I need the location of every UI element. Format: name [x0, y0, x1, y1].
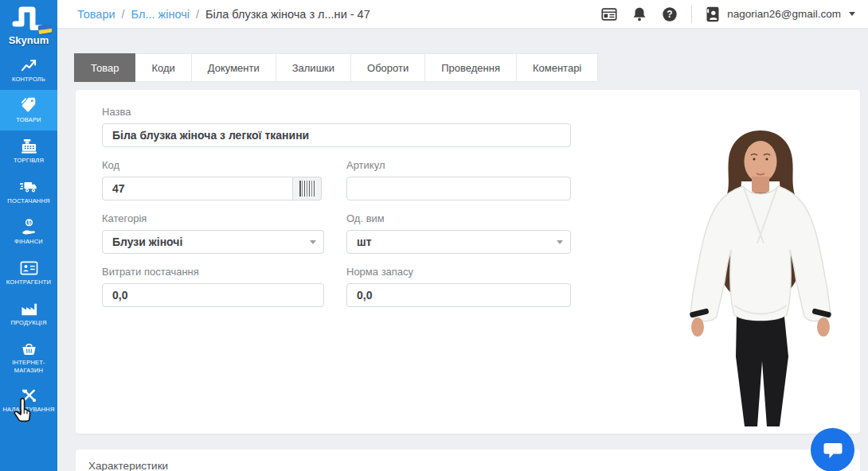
- sidebar-item-supply[interactable]: ПОСТАЧАННЯ: [0, 171, 57, 212]
- hand-coin-icon: $: [20, 218, 38, 236]
- sidebar: КОНТРОЛЬ ТОВАРИ: [0, 49, 57, 471]
- name-label: Назва: [102, 106, 571, 118]
- name-input[interactable]: [102, 123, 571, 147]
- brand-name: Skynum: [0, 34, 57, 46]
- user-menu[interactable]: nagorian26@gmail.com: [705, 6, 855, 23]
- blouse-model-image: [661, 118, 860, 428]
- tab-stock[interactable]: Залишки: [276, 53, 351, 82]
- barcode-button[interactable]: [293, 177, 322, 200]
- topbar-divider: [691, 6, 692, 23]
- tab-postings[interactable]: Проведення: [425, 53, 517, 82]
- code-input[interactable]: [102, 177, 293, 200]
- chevron-down-icon: [310, 240, 316, 244]
- sidebar-item-finance[interactable]: $ ФІНАНСИ: [0, 212, 57, 252]
- tab-comments[interactable]: Коментарі: [517, 53, 598, 82]
- breadcrumb-link-category[interactable]: Бл... жіночі: [131, 8, 190, 21]
- unit-label: Од. вим: [346, 212, 571, 224]
- sidebar-item-production[interactable]: ПРОДУКЦІЯ: [0, 293, 57, 333]
- app-window: Skynum Товари / Бл... жіночі / Біла блуз…: [0, 0, 868, 471]
- user-badge-icon: [705, 6, 721, 23]
- barcode-icon: [299, 181, 315, 197]
- news-icon[interactable]: [600, 6, 618, 23]
- svg-text:$: $: [27, 220, 30, 226]
- id-card-icon: [20, 259, 38, 276]
- field-unit: Од. вим шт: [346, 212, 571, 254]
- tab-turnover[interactable]: Обороти: [351, 53, 425, 82]
- sidebar-item-contractors[interactable]: КОНТРАГЕНТИ: [0, 252, 57, 293]
- characteristics-title: Характеристики: [88, 460, 168, 471]
- chart-icon: [20, 56, 38, 73]
- sidebar-item-trade[interactable]: ТОРГІВЛЯ: [0, 130, 57, 171]
- unit-value: шт: [346, 230, 571, 254]
- supply-cost-input[interactable]: [102, 283, 324, 307]
- tabbar: Товар Коди Документи Залишки Обороти Про…: [74, 53, 598, 82]
- category-label: Категорія: [102, 212, 324, 224]
- truck-icon: [19, 177, 38, 195]
- field-stock-norm: Норма запасу: [346, 266, 571, 307]
- tab-codes[interactable]: Коди: [135, 53, 191, 82]
- breadcrumb-separator: /: [196, 8, 199, 21]
- help-icon[interactable]: ?: [661, 6, 678, 23]
- bell-icon[interactable]: [631, 6, 648, 23]
- article-label: Артикул: [346, 159, 571, 171]
- article-input[interactable]: [346, 177, 571, 200]
- field-article: Артикул: [346, 159, 571, 200]
- unit-select[interactable]: шт: [346, 230, 571, 254]
- cash-register-icon: [20, 137, 38, 154]
- basket-icon: [20, 339, 38, 356]
- field-code: Код: [102, 159, 322, 200]
- field-name: Назва: [102, 106, 571, 147]
- sidebar-item-control[interactable]: КОНТРОЛЬ: [0, 49, 57, 90]
- user-email: nagorian26@gmail.com: [727, 8, 841, 20]
- breadcrumb: Товари / Бл... жіночі / Біла блузка жіно…: [57, 8, 370, 21]
- supply-cost-label: Витрати постачання: [102, 266, 324, 278]
- topbar: Товари / Бл... жіночі / Біла блузка жіно…: [57, 0, 868, 29]
- field-supply-cost: Витрати постачання: [102, 266, 324, 307]
- breadcrumb-link-products[interactable]: Товари: [77, 8, 115, 21]
- sidebar-item-products[interactable]: ТОВАРИ: [0, 90, 57, 130]
- tab-documents[interactable]: Документи: [192, 53, 276, 82]
- category-select[interactable]: Блузи жіночі: [102, 230, 324, 254]
- chat-button[interactable]: [811, 428, 854, 471]
- field-category: Категорія Блузи жіночі: [102, 212, 324, 254]
- breadcrumb-separator: /: [122, 8, 125, 21]
- logo[interactable]: Skynum: [0, 0, 57, 49]
- characteristics-section: Характеристики: [76, 450, 860, 471]
- sidebar-item-online-store[interactable]: ІНТЕРНЕТ- МАГАЗИН: [0, 333, 57, 380]
- product-photo[interactable]: [661, 118, 860, 428]
- topbar-actions: ? nagorian26@gmail.com: [600, 6, 868, 23]
- tools-icon: [20, 386, 38, 403]
- product-form-card: Назва Код Артикул Категорія Блузи жіночі: [76, 90, 860, 434]
- svg-text:?: ?: [667, 9, 673, 20]
- tab-product[interactable]: Товар: [74, 53, 135, 82]
- sidebar-item-settings[interactable]: НАЛАШТУВАННЯ: [0, 380, 57, 420]
- breadcrumb-current: Біла блузка жіноча з л...ни - 47: [205, 8, 370, 21]
- stock-norm-input[interactable]: [346, 283, 571, 307]
- ukraine-flag-icon: [37, 24, 53, 35]
- tags-icon: [19, 96, 38, 114]
- chevron-down-icon: [849, 12, 855, 16]
- chevron-down-icon: [557, 240, 563, 244]
- code-label: Код: [102, 159, 322, 171]
- category-value: Блузи жіночі: [102, 230, 324, 254]
- factory-icon: [20, 299, 38, 317]
- chat-bubble-icon: [823, 441, 843, 460]
- stock-norm-label: Норма запасу: [346, 266, 571, 278]
